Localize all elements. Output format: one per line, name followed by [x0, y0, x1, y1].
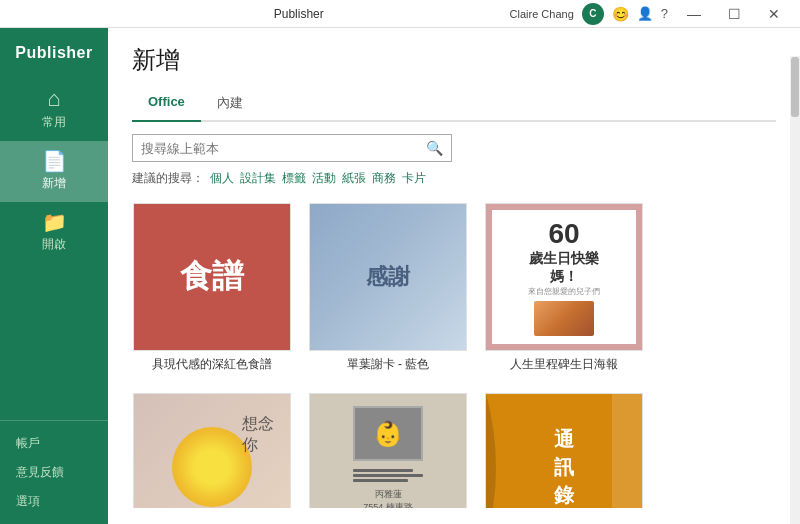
sidebar-account[interactable]: 帳戶: [0, 429, 108, 458]
title-bar-title: Publisher: [88, 7, 510, 21]
sidebar-label-open: 開啟: [42, 236, 66, 253]
scrollbar-thumb[interactable]: [791, 57, 799, 117]
suggestion-labels[interactable]: 標籤: [282, 170, 306, 187]
template-name-thanks: 單葉謝卡 - 藍色: [347, 357, 430, 373]
suggestion-paper[interactable]: 紙張: [342, 170, 366, 187]
template-thumb-flower: 想念你: [133, 393, 291, 508]
template-birthday[interactable]: 60 歲生日快樂媽！ 來自您親愛的兒子們 人生里程碑生日海報: [484, 203, 644, 373]
template-thumb-phonebook: 通訊錄: [485, 393, 643, 508]
sidebar-label-new: 新增: [42, 175, 66, 192]
sidebar-brand: Publisher: [15, 36, 92, 78]
tab-builtin[interactable]: 內建: [201, 88, 259, 122]
page-title: 新增: [132, 44, 776, 76]
templates-row-1: 食譜 具現代感的深紅色食譜 感謝 單葉謝卡 - 藍色: [132, 203, 776, 373]
templates-grid: 食譜 具現代感的深紅色食譜 感謝 單葉謝卡 - 藍色: [132, 203, 776, 508]
app-body: Publisher ⌂ 常用 📄 新增 📁 開啟 帳戶 意見反饋 選項 新增: [0, 28, 800, 524]
sidebar-nav: ⌂ 常用 📄 新增 📁 開啟: [0, 78, 108, 420]
suggestions-row: 建議的搜尋： 個人 設計集 標籤 活動 紙張 商務 卡片: [132, 170, 776, 187]
suggestion-events[interactable]: 活動: [312, 170, 336, 187]
template-thumb-address: 👶 丙雅蓮7554 楠東路永平 中37號: [309, 393, 467, 508]
main-content: 新增 Office 內建 🔍 建議的搜尋： 個人 設計集 標籤 活動 紙張: [108, 28, 800, 524]
template-recipe[interactable]: 食譜 具現代感的深紅色食譜: [132, 203, 292, 373]
birthday-design: 60 歲生日快樂媽！ 來自您親愛的兒子們: [486, 204, 642, 350]
sidebar-feedback[interactable]: 意見反饋: [0, 458, 108, 487]
template-phonebook[interactable]: 通訊錄 橘色波紋通訊錄: [484, 393, 644, 508]
sidebar: Publisher ⌂ 常用 📄 新增 📁 開啟 帳戶 意見反饋 選項: [0, 28, 108, 524]
phonebook-design: 通訊錄: [486, 394, 642, 508]
help-icon[interactable]: ?: [661, 6, 668, 21]
close-button[interactable]: ✕: [756, 0, 792, 28]
new-icon: 📄: [42, 151, 67, 171]
user-avatar: C: [582, 3, 604, 25]
sidebar-item-home[interactable]: ⌂ 常用: [0, 78, 108, 141]
tabs-row: Office 內建: [132, 88, 776, 122]
template-name-birthday: 人生里程碑生日海報: [510, 357, 618, 373]
flower-design: 想念你: [134, 394, 290, 508]
home-icon: ⌂: [47, 88, 60, 110]
share-icon[interactable]: 👤: [637, 6, 653, 21]
suggestion-design[interactable]: 設計集: [240, 170, 276, 187]
emoji-icon: 😊: [612, 6, 629, 22]
minimize-button[interactable]: —: [676, 0, 712, 28]
sidebar-item-open[interactable]: 📁 開啟: [0, 202, 108, 263]
sidebar-label-home: 常用: [42, 114, 66, 131]
suggestion-business[interactable]: 商務: [372, 170, 396, 187]
user-name: Claire Chang: [510, 8, 574, 20]
window-controls: — ☐ ✕: [676, 0, 792, 28]
sidebar-item-new[interactable]: 📄 新增: [0, 141, 108, 202]
template-thumb-thanks: 感謝: [309, 203, 467, 351]
template-name-recipe: 具現代感的深紅色食譜: [152, 357, 272, 373]
template-thumb-recipe: 食譜: [133, 203, 291, 351]
search-box: 🔍: [132, 134, 452, 162]
suggestion-personal[interactable]: 個人: [210, 170, 234, 187]
scrollbar[interactable]: [790, 56, 800, 524]
sidebar-bottom: 帳戶 意見反饋 選項: [0, 420, 108, 524]
address-design: 👶 丙雅蓮7554 楠東路永平 中37號: [310, 394, 466, 508]
title-bar: Publisher Claire Chang C 😊 👤 ? — ☐ ✕: [0, 0, 800, 28]
title-bar-right: Claire Chang C 😊 👤 ? — ☐ ✕: [510, 0, 792, 28]
search-input[interactable]: [141, 141, 426, 156]
template-thanks[interactable]: 感謝 單葉謝卡 - 藍色: [308, 203, 468, 373]
templates-row-2: 想念你 以花卉圖案裝飾的想念卡 👶: [132, 393, 776, 508]
search-icon: 🔍: [426, 140, 443, 156]
search-row: 🔍: [132, 134, 776, 162]
thanks-design: 感謝: [310, 204, 466, 350]
tab-office[interactable]: Office: [132, 88, 201, 122]
maximize-button[interactable]: ☐: [716, 0, 752, 28]
template-flower[interactable]: 想念你 以花卉圖案裝飾的想念卡: [132, 393, 292, 508]
suggestions-label: 建議的搜尋：: [132, 170, 204, 187]
suggestion-cards[interactable]: 卡片: [402, 170, 426, 187]
main-wrapper: 新增 Office 內建 🔍 建議的搜尋： 個人 設計集 標籤 活動 紙張: [108, 28, 800, 524]
recipe-design: 食譜: [134, 204, 290, 350]
open-icon: 📁: [42, 212, 67, 232]
sidebar-options[interactable]: 選項: [0, 487, 108, 516]
template-thumb-birthday: 60 歲生日快樂媽！ 來自您親愛的兒子們: [485, 203, 643, 351]
template-address[interactable]: 👶 丙雅蓮7554 楠東路永平 中37號: [308, 393, 468, 508]
